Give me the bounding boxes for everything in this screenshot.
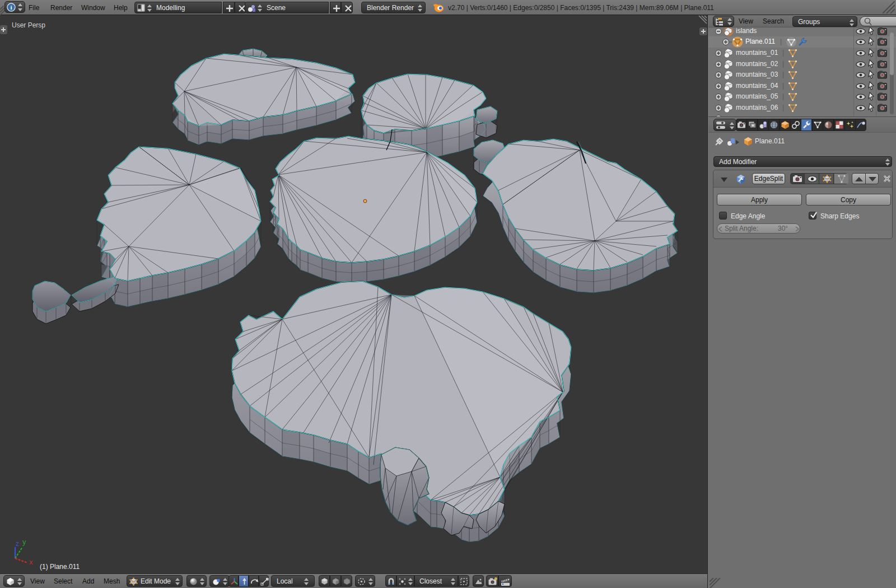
svg-text:y: y [22, 538, 26, 546]
svg-text:User Persp: User Persp [12, 21, 45, 29]
svg-text:x: x [29, 558, 33, 566]
svg-text:z: z [16, 540, 19, 548]
svg-text:(1) Plane.011: (1) Plane.011 [40, 563, 80, 571]
svg-text:i: i [10, 4, 12, 11]
